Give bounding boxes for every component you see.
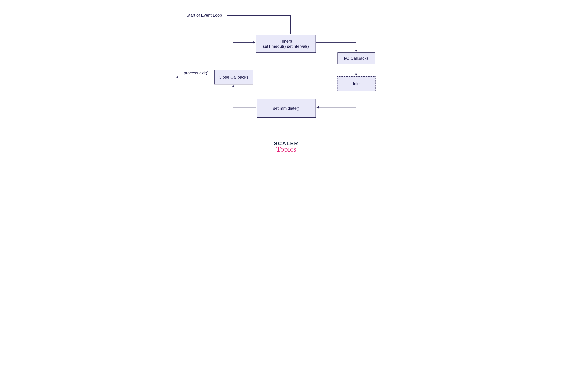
arrow-idle-to-setimmediate [317, 91, 356, 107]
arrow-close-to-timers [233, 42, 255, 70]
arrow-start-to-timers [227, 16, 291, 34]
scaler-topics-logo: SCALER Topics [268, 141, 305, 154]
arrow-setimmediate-to-close [233, 85, 256, 107]
logo-bottom-text: Topics [268, 145, 305, 154]
diagram-canvas: Start of Event Loop process.exit() Timer… [159, 0, 429, 174]
arrow-timers-to-io [316, 42, 356, 52]
